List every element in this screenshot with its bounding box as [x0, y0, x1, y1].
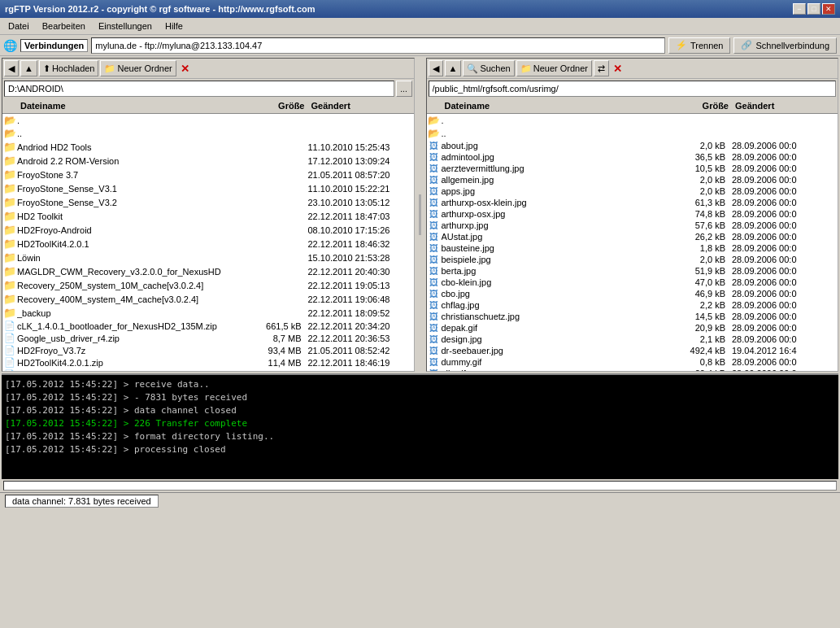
- list-item[interactable]: 🖼 chflag.jpg 2,2 kB 28.09.2006 00:0: [427, 299, 838, 311]
- list-item[interactable]: 🖼 allgemein.jpg 2,0 kB 28.09.2006 00:0: [427, 174, 838, 185]
- list-item[interactable]: 🖼 admintool.jpg 36,5 kB 28.09.2006 00:0: [427, 151, 838, 163]
- file-date: 28.09.2006 00:0: [732, 220, 838, 230]
- list-item[interactable]: 🖼 about.jpg 2,0 kB 28.09.2006 00:0: [427, 140, 838, 151]
- menu-bearbeiten[interactable]: Bearbeiten: [37, 20, 90, 33]
- left-close-button[interactable]: ✕: [178, 63, 192, 75]
- right-col-size[interactable]: Größe: [667, 100, 732, 111]
- list-item[interactable]: 📁 Android 2.2 ROM-Version 17.12.2010 13:…: [2, 154, 414, 168]
- list-item[interactable]: 🖼 arthurxp-osx.jpg 74,8 kB 28.09.2006 00…: [427, 208, 838, 220]
- list-item[interactable]: 📁 Löwin 15.10.2010 21:53:28: [2, 251, 414, 264]
- left-nav-up[interactable]: ▲: [20, 60, 37, 76]
- right-nav-up[interactable]: ▲: [445, 60, 462, 76]
- connection-input[interactable]: [91, 37, 665, 54]
- file-date: 22.12.2011 19:05:13: [308, 281, 414, 290]
- list-item[interactable]: 🖼 bausteine.jpg 1,8 kB 28.09.2006 00:0: [427, 242, 838, 254]
- list-item[interactable]: 🖼 AUstat.jpg 26,2 kB 28.09.2006 00:0: [427, 231, 838, 242]
- folder-icon: 📁: [3, 265, 16, 277]
- list-item[interactable]: 🖼 berta.jpg 51,9 kB 28.09.2006 00:0: [427, 265, 838, 277]
- menu-hilfe[interactable]: Hilfe: [160, 20, 188, 33]
- right-col-name[interactable]: Dateiname: [442, 100, 668, 111]
- list-item[interactable]: 📁 Recovery_400M_system_4M_cache[v3.0.2.4…: [2, 292, 414, 306]
- panel-resize-handle[interactable]: [418, 58, 423, 372]
- list-item[interactable]: 📄 HD2Froyo_V3.7z 93,4 MB 21.05.2011 08:5…: [2, 344, 414, 356]
- list-item[interactable]: 📂 ..: [2, 127, 414, 140]
- right-close-button[interactable]: ✕: [611, 63, 625, 75]
- list-item[interactable]: 📄 kernel_tytung_r14_update.zip 3,5 MB 22…: [2, 369, 414, 371]
- list-item[interactable]: 🖼 aerztevermittlung.jpg 10,5 kB 28.09.20…: [427, 163, 838, 174]
- list-item[interactable]: 📁 FroyoStone 3.7 21.05.2011 08:57:20: [2, 168, 414, 181]
- right-sync-button[interactable]: ⇄: [594, 60, 609, 76]
- list-item[interactable]: 🖼 arthurxp-osx-klein.jpg 61,3 kB 28.09.2…: [427, 197, 838, 208]
- left-col-name[interactable]: Dateiname: [17, 100, 243, 111]
- list-item[interactable]: 📄 cLK_1.4.0.1_bootloader_for_NexusHD2_13…: [2, 320, 414, 332]
- file-date: 28.09.2006 00:0: [732, 141, 838, 150]
- file-name: FroyoStone_Sense_V3.2: [17, 198, 251, 207]
- maximize-button[interactable]: □: [807, 3, 820, 15]
- list-item[interactable]: 🖼 dummy.gif 0,8 kB 28.09.2006 00:0: [427, 356, 838, 368]
- list-item[interactable]: 🖼 cbo.jpg 46,9 kB 28.09.2006 00:0: [427, 288, 838, 299]
- left-toolbar: ◀ ▲ ⬆ Hochladen 📁 Neuer Ordner ✕: [2, 59, 414, 79]
- hscroll-bar[interactable]: [3, 481, 837, 491]
- file-date: 28.09.2006 00:0: [732, 334, 838, 344]
- list-item[interactable]: 🖼 beispiele.jpg 2,0 kB 28.09.2006 00:0: [427, 254, 838, 265]
- left-file-list[interactable]: 📂 . 📂 .. 📁 Andriod HD2 Tools 11.10.2010 …: [2, 114, 414, 371]
- left-path-browse[interactable]: ...: [396, 81, 412, 97]
- file-size: 36,5 kB: [675, 152, 732, 162]
- list-item[interactable]: 🖼 cbo-klein.jpg 47,0 kB 28.09.2006 00:0: [427, 277, 838, 288]
- list-item[interactable]: 📄 HD2ToolKit4.2.0.1.zip 11,4 MB 22.12.20…: [2, 356, 414, 369]
- list-item[interactable]: 📁 Recovery_250M_system_10M_cache[v3.0.2.…: [2, 278, 414, 292]
- close-button[interactable]: ✕: [822, 3, 835, 15]
- list-item[interactable]: 📁 FroyoStone_Sense_V3.1 11.10.2010 15:22…: [2, 181, 414, 195]
- left-col-date[interactable]: Geändert: [308, 100, 414, 111]
- left-nav-back[interactable]: ◀: [4, 60, 19, 76]
- quick-connect-button[interactable]: 🔗 Schnellverbindung: [733, 37, 837, 54]
- file-date: 28.09.2006 00:0: [732, 209, 838, 219]
- minimize-button[interactable]: −: [793, 3, 806, 15]
- right-search-button[interactable]: 🔍 Suchen: [463, 60, 514, 76]
- menu-datei[interactable]: Datei: [3, 20, 34, 33]
- disconnect-button[interactable]: ⚡ Trennen: [668, 37, 731, 54]
- list-item[interactable]: 📁 HD2ToolKit4.2.0.1 22.12.2011 18:46:32: [2, 237, 414, 251]
- file-name: .: [442, 116, 676, 125]
- left-column-headers: Dateiname Größe Geändert: [2, 98, 414, 114]
- list-item[interactable]: 🖼 dr-seebauer.jpg 492,4 kB 19.04.2012 16…: [427, 345, 838, 356]
- list-item[interactable]: 🖼 depak.gif 20,9 kB 28.09.2006 00:0: [427, 322, 838, 334]
- file-name: Andriod HD2 Tools: [17, 142, 251, 152]
- list-item[interactable]: 📁 Andriod HD2 Tools 11.10.2010 15:25:43: [2, 140, 414, 154]
- right-toolbar: ◀ ▲ 🔍 Suchen 📁 Neuer Ordner ⇄ ✕: [427, 59, 838, 79]
- right-nav-back[interactable]: ◀: [429, 60, 443, 76]
- list-item[interactable]: 📂 .: [427, 114, 838, 127]
- list-item[interactable]: 🖼 apps.jpg 2,0 kB 28.09.2006 00:0: [427, 185, 838, 197]
- right-col-date[interactable]: Geändert: [732, 100, 838, 111]
- file-type-icon: 🖼: [427, 243, 442, 253]
- right-newfolder-button[interactable]: 📁 Neuer Ordner: [516, 60, 592, 76]
- file-size: 11,4 MB: [251, 358, 308, 368]
- menu-einstellungen[interactable]: Einstellungen: [94, 20, 157, 33]
- list-item[interactable]: 📄 Google_usb_driver_r4.zip 8,7 MB 22.12.…: [2, 332, 414, 344]
- file-size: 14,5 kB: [675, 312, 732, 321]
- list-item[interactable]: 📁 HD2 Toolkit 22.12.2011 18:47:03: [2, 209, 414, 223]
- list-item[interactable]: 🖼 design.jpg 2,1 kB 28.09.2006 00:0: [427, 334, 838, 345]
- file-date: 21.05.2011 08:57:20: [308, 170, 414, 180]
- right-file-list[interactable]: 📂 . 📂 .. 🖼 about.jpg 2,0 kB 28.09.2006 0…: [427, 114, 838, 371]
- file-name: chflag.jpg: [442, 300, 676, 310]
- file-date: 28.09.2006 00:0: [732, 312, 838, 321]
- left-newfolder-button[interactable]: 📁 Neuer Ordner: [100, 60, 176, 76]
- list-item[interactable]: 📁 FroyoStone_Sense_V3.2 23.10.2010 13:05…: [2, 195, 414, 209]
- file-name: Recovery_400M_system_4M_cache[v3.0.2.4]: [17, 294, 251, 304]
- left-upload-button[interactable]: ⬆ Hochladen: [39, 60, 99, 76]
- list-item[interactable]: 🖼 arthurxp.jpg 57,6 kB 28.09.2006 00:0: [427, 220, 838, 231]
- list-item[interactable]: 📂 ..: [427, 127, 838, 140]
- menu-bar: Datei Bearbeiten Einstellungen Hilfe: [0, 18, 840, 35]
- image-icon: 🖼: [429, 277, 438, 287]
- file-size: 3,5 MB: [251, 370, 308, 372]
- left-col-size[interactable]: Größe: [243, 100, 308, 111]
- list-item[interactable]: 📁 MAGLDR_CWM_Recovery_v3.2.0.0_for_Nexus…: [2, 264, 414, 278]
- left-path-input[interactable]: [4, 81, 394, 97]
- list-item[interactable]: 📁 HD2Froyo-Android 08.10.2010 17:15:26: [2, 223, 414, 237]
- list-item[interactable]: 🖼 christianschuetz.jpg 14,5 kB 28.09.200…: [427, 311, 838, 322]
- list-item[interactable]: 🖼 elly.gif 20,4 kB 28.09.2006 00:0: [427, 368, 838, 371]
- list-item[interactable]: 📂 .: [2, 114, 414, 127]
- list-item[interactable]: 📁 _backup 22.12.2011 18:09:52: [2, 306, 414, 320]
- right-path-input[interactable]: [429, 81, 837, 97]
